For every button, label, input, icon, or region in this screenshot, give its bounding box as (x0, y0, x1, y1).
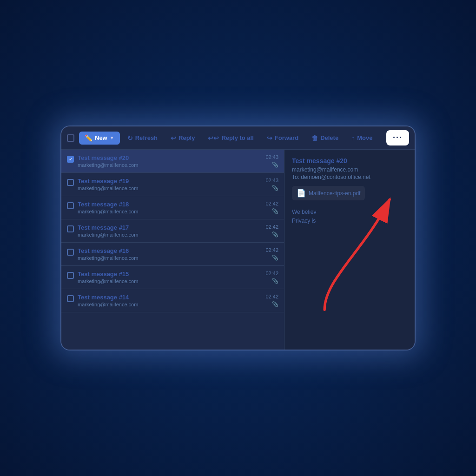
preview-body-line1: We believ (292, 208, 407, 217)
email-attach-icon: 📎 (272, 162, 278, 168)
email-info: Test message #19marketing@mailfence.com (78, 178, 262, 191)
new-button[interactable]: ✏️ New ▼ (79, 132, 120, 145)
email-meta: 02:42📎 (265, 224, 278, 238)
move-button[interactable]: ↑ Move (346, 132, 378, 145)
email-checkbox[interactable]: ✓ (67, 156, 74, 163)
preview-pane: Test message #20 marketing@mailfence.com… (284, 150, 415, 350)
email-subject: Test message #15 (78, 271, 262, 278)
email-time: 02:42 (265, 247, 278, 253)
email-attach-icon: 📎 (272, 278, 278, 284)
email-item[interactable]: ✓Test message #20marketing@mailfence.com… (61, 150, 284, 173)
email-item[interactable]: Test message #16marketing@mailfence.com0… (61, 243, 284, 266)
preview-sender: marketing@mailfence.com (292, 166, 407, 173)
email-sender: marketing@mailfence.com (78, 232, 262, 238)
email-time: 02:42 (265, 294, 278, 299)
email-time: 02:43 (265, 178, 278, 183)
email-info: Test message #17marketing@mailfence.com (78, 224, 262, 238)
reply-label: Reply (178, 134, 195, 141)
email-info: Test message #14marketing@mailfence.com (78, 294, 262, 307)
content-area: ✓Test message #20marketing@mailfence.com… (61, 150, 415, 350)
new-dropdown-arrow: ▼ (110, 135, 114, 140)
reply-all-button[interactable]: ↩↩ Reply to all (202, 132, 259, 145)
email-subject: Test message #14 (78, 294, 262, 301)
forward-icon: ↪ (267, 134, 272, 142)
email-checkbox[interactable] (67, 202, 74, 209)
email-info: Test message #18marketing@mailfence.com (78, 201, 262, 214)
email-attach-icon: 📎 (272, 301, 278, 307)
pencil-icon: ✏️ (85, 134, 93, 142)
email-meta: 02:42📎 (265, 294, 278, 307)
email-meta: 02:43📎 (265, 154, 278, 168)
email-sender: marketing@mailfence.com (78, 162, 262, 168)
email-client-window: ✏️ New ▼ ↻ Refresh ↩ Reply ↩↩ Reply to a… (61, 126, 415, 350)
email-checkbox[interactable] (67, 295, 74, 302)
refresh-button[interactable]: ↻ Refresh (122, 132, 163, 145)
email-subject: Test message #18 (78, 201, 262, 208)
email-attach-icon: 📎 (272, 185, 278, 191)
email-time: 02:43 (265, 154, 278, 160)
reply-icon: ↩ (171, 134, 176, 142)
email-sender: marketing@mailfence.com (78, 209, 262, 214)
email-info: Test message #20marketing@mailfence.com (78, 154, 262, 168)
email-item[interactable]: Test message #17marketing@mailfence.com0… (61, 219, 284, 243)
toolbar: ✏️ New ▼ ↻ Refresh ↩ Reply ↩↩ Reply to a… (61, 126, 415, 150)
email-checkbox[interactable] (67, 272, 74, 279)
email-meta: 02:42📎 (265, 271, 278, 284)
delete-button[interactable]: 🗑 Delete (306, 132, 344, 145)
preview-body-line2: Privacy is (292, 217, 407, 225)
email-subject: Test message #20 (78, 154, 262, 161)
email-checkbox[interactable] (67, 225, 74, 232)
email-subject: Test message #19 (78, 178, 262, 185)
refresh-icon: ↻ (127, 134, 133, 142)
attachment-name: Mailfence-tips-en.pdf (309, 190, 360, 197)
email-attach-icon: 📎 (272, 208, 278, 214)
forward-label: Forward (275, 134, 298, 141)
email-info: Test message #15marketing@mailfence.com (78, 271, 262, 284)
email-item[interactable]: Test message #18marketing@mailfence.com0… (61, 196, 284, 219)
email-checkbox[interactable] (67, 249, 74, 256)
email-subject: Test message #16 (78, 247, 262, 254)
email-item[interactable]: Test message #15marketing@mailfence.com0… (61, 266, 284, 289)
email-sender: marketing@mailfence.com (78, 278, 262, 284)
move-icon: ↑ (351, 134, 355, 142)
more-button[interactable]: ··· (386, 130, 409, 145)
email-time: 02:42 (265, 271, 278, 276)
reply-all-label: Reply to all (221, 134, 253, 141)
email-attach-icon: 📎 (272, 255, 278, 261)
reply-all-icon: ↩↩ (208, 134, 219, 142)
email-sender: marketing@mailfence.com (78, 302, 262, 307)
email-item[interactable]: Test message #19marketing@mailfence.com0… (61, 173, 284, 196)
preview-subject: Test message #20 (292, 157, 407, 165)
email-list: ✓Test message #20marketing@mailfence.com… (61, 150, 284, 350)
email-meta: 02:42📎 (265, 247, 278, 261)
reply-button[interactable]: ↩ Reply (165, 132, 200, 145)
move-label: Move (357, 134, 372, 141)
email-sender: marketing@mailfence.com (78, 185, 262, 191)
email-info: Test message #16marketing@mailfence.com (78, 247, 262, 261)
email-checkbox[interactable] (67, 179, 74, 186)
email-item[interactable]: Test message #14marketing@mailfence.com0… (61, 289, 284, 312)
email-meta: 02:43📎 (265, 178, 278, 191)
preview-body: We believ Privacy is (292, 208, 407, 225)
email-sender: marketing@mailfence.com (78, 255, 262, 261)
attachment-icon: 📄 (297, 189, 306, 198)
new-label: New (95, 134, 107, 141)
email-time: 02:42 (265, 201, 278, 206)
email-meta: 02:42📎 (265, 201, 278, 214)
forward-button[interactable]: ↪ Forward (261, 132, 304, 145)
attachment-item[interactable]: 📄 Mailfence-tips-en.pdf (292, 186, 365, 200)
preview-to: To: demoen@contoso.office.net (292, 174, 407, 180)
refresh-label: Refresh (135, 134, 158, 141)
trash-icon: 🗑 (311, 134, 318, 142)
delete-label: Delete (320, 134, 338, 141)
email-attach-icon: 📎 (272, 231, 278, 238)
select-all-checkbox[interactable] (67, 134, 74, 142)
email-time: 02:42 (265, 224, 278, 230)
email-subject: Test message #17 (78, 224, 262, 231)
more-label: ··· (393, 133, 403, 143)
